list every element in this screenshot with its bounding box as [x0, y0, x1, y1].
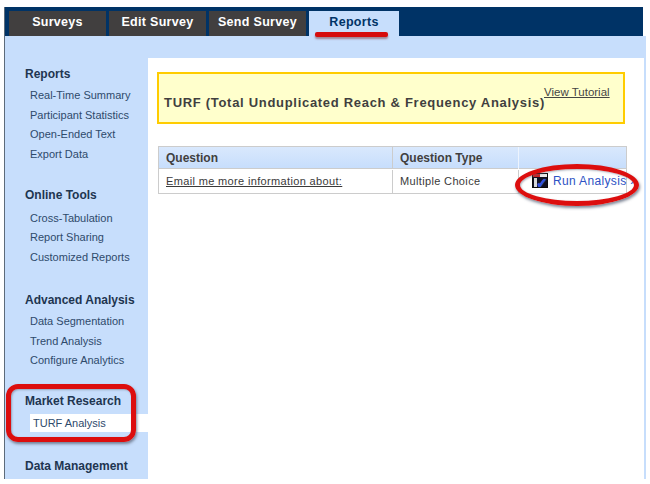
annotation-ellipse-run-analysis	[515, 164, 639, 206]
sidebar-section-advanced-analysis: Advanced Analysis	[25, 292, 135, 308]
tab-send-survey[interactable]: Send Survey	[209, 11, 306, 36]
sidebar-item-export-data[interactable]: Export Data	[30, 146, 88, 162]
tab-edit-survey[interactable]: Edit Survey	[109, 11, 206, 36]
page: Surveys Edit Survey Send Survey Reports …	[0, 0, 650, 484]
header-column-divider-2	[518, 147, 519, 169]
sidebar-item-cross-tabulation[interactable]: Cross-Tabulation	[30, 210, 113, 226]
sidebar-item-report-sharing[interactable]: Report Sharing	[30, 229, 104, 245]
sidebar-item-data-segmentation[interactable]: Data Segmentation	[30, 313, 124, 329]
row-column-divider-1	[392, 170, 393, 193]
question-type-cell: Multiple Choice	[393, 170, 511, 193]
page-title: TURF (Total Unduplicated Reach & Frequen…	[164, 95, 545, 110]
sidebar-section-reports: Reports	[25, 66, 70, 82]
sidebar-item-customized-reports[interactable]: Customized Reports	[30, 249, 130, 265]
tab-surveys[interactable]: Surveys	[9, 11, 106, 36]
sidebar-section-data-management: Data Management	[25, 458, 128, 474]
sidebar-item-participant-statistics[interactable]: Participant Statistics	[30, 107, 129, 123]
sidebar-item-open-ended-text[interactable]: Open-Ended Text	[30, 126, 115, 142]
header-column-divider-1	[392, 147, 393, 169]
view-tutorial-link[interactable]: View Tutorial	[544, 86, 610, 98]
sidebar-item-trend-analysis[interactable]: Trend Analysis	[30, 333, 102, 349]
annotation-box-market-research	[6, 384, 136, 442]
sidebar-section-online-tools: Online Tools	[25, 187, 97, 203]
sidebar-item-real-time-summary[interactable]: Real-Time Summary	[30, 87, 130, 103]
column-header-question: Question	[159, 147, 385, 169]
question-link[interactable]: Email me more information about:	[159, 170, 385, 193]
annotation-underline-reports	[315, 32, 388, 37]
column-header-question-type: Question Type	[393, 147, 511, 169]
sidebar-item-configure-analytics[interactable]: Configure Analytics	[30, 352, 124, 368]
